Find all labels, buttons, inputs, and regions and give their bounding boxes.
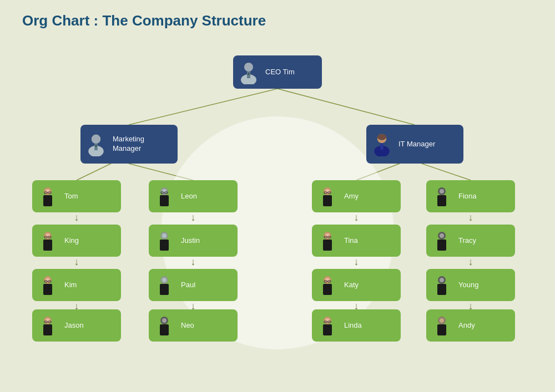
svg-rect-32 bbox=[43, 284, 52, 295]
node-linda: Linda bbox=[312, 309, 401, 342]
svg-point-7 bbox=[244, 63, 253, 72]
arrow-justin-paul: ↓ bbox=[191, 257, 196, 267]
node-jason: Jason bbox=[32, 309, 121, 342]
page-title: Org Chart : The Company Structure bbox=[22, 12, 266, 29]
node-ceo: CEO Tim bbox=[233, 55, 322, 89]
katy-avatar bbox=[315, 273, 340, 297]
jason-avatar bbox=[36, 313, 60, 338]
arrow-tracy-young: ↓ bbox=[468, 257, 473, 267]
svg-rect-65 bbox=[323, 240, 332, 251]
node-tracy: Tracy bbox=[426, 225, 515, 257]
arrow-amy-tina: ↓ bbox=[354, 212, 359, 222]
svg-rect-20 bbox=[43, 195, 52, 206]
svg-line-2 bbox=[77, 164, 111, 180]
node-tina: Tina bbox=[312, 225, 401, 257]
svg-point-90 bbox=[440, 278, 444, 282]
svg-rect-86 bbox=[437, 240, 446, 251]
svg-rect-89 bbox=[437, 284, 446, 295]
svg-rect-38 bbox=[43, 324, 52, 335]
marketing-avatar bbox=[84, 132, 108, 156]
node-neo: Neo bbox=[149, 309, 238, 342]
node-it: IT Manager bbox=[366, 125, 463, 164]
node-justin: Justin bbox=[149, 225, 238, 257]
arrow-tom-king: ↓ bbox=[74, 212, 79, 222]
arrow-king-kim: ↓ bbox=[74, 257, 79, 267]
node-andy: Andy bbox=[426, 309, 515, 342]
tom-label: Tom bbox=[64, 192, 78, 201]
linda-label: Linda bbox=[344, 321, 362, 330]
svg-rect-59 bbox=[323, 195, 332, 206]
king-label: King bbox=[64, 236, 79, 246]
svg-rect-44 bbox=[160, 195, 169, 206]
svg-rect-71 bbox=[323, 284, 332, 295]
svg-point-18 bbox=[377, 134, 387, 140]
tom-avatar bbox=[36, 184, 60, 208]
ceo-avatar bbox=[236, 60, 261, 84]
arrow-fiona-tracy: ↓ bbox=[468, 212, 473, 222]
fiona-avatar bbox=[430, 184, 454, 208]
node-marketing: Marketing Manager bbox=[80, 125, 178, 164]
leon-avatar bbox=[152, 184, 176, 208]
svg-point-93 bbox=[440, 318, 444, 323]
node-leon: Leon bbox=[149, 180, 238, 212]
amy-avatar bbox=[315, 184, 340, 208]
svg-rect-26 bbox=[43, 240, 52, 251]
node-young: Young bbox=[426, 269, 515, 301]
node-king: King bbox=[32, 225, 121, 257]
it-avatar bbox=[370, 132, 394, 156]
andy-label: Andy bbox=[458, 321, 475, 330]
svg-line-3 bbox=[129, 164, 193, 180]
tina-avatar bbox=[315, 228, 340, 253]
paul-label: Paul bbox=[181, 281, 195, 290]
svg-point-51 bbox=[162, 233, 167, 238]
svg-line-0 bbox=[129, 89, 278, 125]
svg-rect-53 bbox=[160, 284, 169, 295]
arrow-leon-justin: ↓ bbox=[191, 212, 196, 222]
young-avatar bbox=[430, 273, 454, 297]
amy-label: Amy bbox=[344, 192, 359, 201]
svg-rect-83 bbox=[437, 195, 446, 206]
svg-point-54 bbox=[162, 278, 167, 282]
tracy-avatar bbox=[430, 228, 454, 253]
tina-label: Tina bbox=[344, 236, 358, 246]
king-avatar bbox=[36, 228, 60, 253]
justin-label: Justin bbox=[181, 236, 200, 246]
young-label: Young bbox=[458, 281, 478, 290]
svg-rect-56 bbox=[160, 324, 169, 335]
svg-rect-50 bbox=[160, 240, 169, 251]
katy-label: Katy bbox=[344, 281, 359, 290]
svg-point-57 bbox=[162, 318, 167, 323]
svg-point-84 bbox=[440, 189, 444, 194]
leon-label: Leon bbox=[181, 192, 197, 201]
node-katy: Katy bbox=[312, 269, 401, 301]
linda-avatar bbox=[315, 313, 340, 338]
svg-point-11 bbox=[92, 135, 101, 144]
node-fiona: Fiona bbox=[426, 180, 515, 212]
svg-rect-77 bbox=[323, 324, 332, 335]
node-paul: Paul bbox=[149, 269, 238, 301]
neo-avatar bbox=[152, 313, 176, 338]
it-label: IT Manager bbox=[398, 140, 435, 149]
neo-label: Neo bbox=[181, 321, 194, 330]
svg-line-4 bbox=[356, 164, 400, 180]
kim-label: Kim bbox=[64, 281, 77, 290]
svg-line-5 bbox=[422, 164, 471, 180]
node-tom: Tom bbox=[32, 180, 121, 212]
marketing-label: Marketing Manager bbox=[113, 135, 144, 154]
node-kim: Kim bbox=[32, 269, 121, 301]
svg-point-87 bbox=[440, 233, 444, 238]
svg-rect-92 bbox=[437, 324, 446, 335]
kim-avatar bbox=[36, 273, 60, 297]
arrow-tina-katy: ↓ bbox=[354, 257, 359, 267]
tracy-label: Tracy bbox=[458, 236, 476, 246]
ceo-label: CEO Tim bbox=[265, 68, 295, 77]
paul-avatar bbox=[152, 273, 176, 297]
node-amy: Amy bbox=[312, 180, 401, 212]
svg-rect-17 bbox=[380, 143, 384, 150]
fiona-label: Fiona bbox=[458, 192, 477, 201]
andy-avatar bbox=[430, 313, 454, 338]
justin-avatar bbox=[152, 228, 176, 253]
jason-label: Jason bbox=[64, 321, 84, 330]
svg-line-1 bbox=[278, 89, 415, 125]
